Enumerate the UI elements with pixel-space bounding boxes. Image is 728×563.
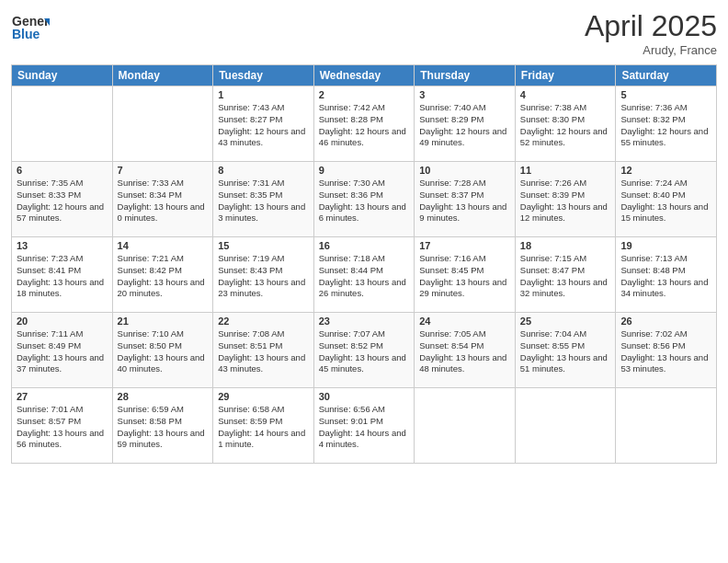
- week-row-3: 13 Sunrise: 7:23 AM Sunset: 8:41 PM Dayl…: [12, 237, 717, 313]
- day-info: Sunrise: 7:43 AM Sunset: 8:27 PM Dayligh…: [218, 102, 309, 149]
- day-info: Sunrise: 7:42 AM Sunset: 8:28 PM Dayligh…: [319, 102, 410, 149]
- sunrise-text: Sunrise: 7:19 AM: [218, 253, 284, 263]
- daylight-text: Daylight: 13 hours and 15 minutes.: [620, 201, 708, 224]
- day-info: Sunrise: 7:13 AM Sunset: 8:48 PM Dayligh…: [620, 253, 711, 300]
- day-number: 14: [118, 240, 209, 251]
- sunrise-text: Sunrise: 7:33 AM: [118, 178, 184, 188]
- daylight-text: Daylight: 13 hours and 59 minutes.: [118, 428, 205, 450]
- sunset-text: Sunset: 8:30 PM: [520, 114, 585, 124]
- sunrise-text: Sunrise: 7:02 AM: [620, 328, 687, 339]
- sunset-text: Sunset: 8:42 PM: [118, 265, 182, 275]
- sunrise-text: Sunrise: 7:13 AM: [620, 253, 687, 263]
- col-wednesday: Wednesday: [313, 65, 415, 86]
- daylight-text: Daylight: 12 hours and 57 minutes.: [17, 201, 104, 224]
- calendar-cell: 10 Sunrise: 7:28 AM Sunset: 8:37 PM Dayl…: [415, 162, 516, 237]
- calendar-cell: 22 Sunrise: 7:08 AM Sunset: 8:51 PM Dayl…: [213, 313, 314, 388]
- sunrise-text: Sunrise: 7:07 AM: [319, 328, 385, 339]
- day-number: 2: [319, 89, 410, 100]
- logo: General Blue: [11, 9, 50, 52]
- daylight-text: Daylight: 13 hours and 43 minutes.: [218, 352, 305, 374]
- calendar-cell: 5 Sunrise: 7:36 AM Sunset: 8:32 PM Dayli…: [616, 86, 717, 162]
- sunset-text: Sunset: 8:44 PM: [319, 265, 383, 275]
- sunset-text: Sunset: 9:01 PM: [319, 416, 383, 426]
- day-info: Sunrise: 7:28 AM Sunset: 8:37 PM Dayligh…: [419, 178, 510, 224]
- sunrise-text: Sunrise: 7:04 AM: [520, 328, 586, 339]
- calendar-cell: 30 Sunrise: 6:56 AM Sunset: 9:01 PM Dayl…: [313, 388, 415, 464]
- sunrise-text: Sunrise: 7:10 AM: [118, 328, 184, 339]
- sunset-text: Sunset: 8:40 PM: [620, 190, 685, 200]
- day-number: 1: [218, 89, 309, 100]
- daylight-text: Daylight: 13 hours and 6 minutes.: [319, 201, 406, 224]
- day-info: Sunrise: 7:19 AM Sunset: 8:43 PM Dayligh…: [218, 253, 309, 300]
- day-info: Sunrise: 7:31 AM Sunset: 8:35 PM Dayligh…: [218, 178, 309, 224]
- daylight-text: Daylight: 13 hours and 20 minutes.: [118, 277, 205, 299]
- day-number: 16: [319, 240, 410, 251]
- calendar-cell: 23 Sunrise: 7:07 AM Sunset: 8:52 PM Dayl…: [313, 313, 415, 388]
- daylight-text: Daylight: 13 hours and 0 minutes.: [118, 201, 205, 224]
- daylight-text: Daylight: 13 hours and 37 minutes.: [17, 352, 104, 374]
- daylight-text: Daylight: 13 hours and 56 minutes.: [17, 428, 104, 450]
- day-info: Sunrise: 7:04 AM Sunset: 8:55 PM Dayligh…: [520, 328, 611, 375]
- page-container: General Blue April 2025 Arudy, France Su…: [0, 0, 728, 563]
- day-info: Sunrise: 7:10 AM Sunset: 8:50 PM Dayligh…: [118, 328, 209, 375]
- sunset-text: Sunset: 8:57 PM: [17, 416, 81, 426]
- sunrise-text: Sunrise: 7:08 AM: [218, 328, 284, 339]
- calendar-cell: 18 Sunrise: 7:15 AM Sunset: 8:47 PM Dayl…: [515, 237, 616, 313]
- daylight-text: Daylight: 13 hours and 26 minutes.: [319, 277, 406, 299]
- sunset-text: Sunset: 8:41 PM: [17, 265, 81, 275]
- calendar-cell: [112, 86, 213, 162]
- day-info: Sunrise: 6:56 AM Sunset: 9:01 PM Dayligh…: [319, 404, 410, 451]
- sunset-text: Sunset: 8:45 PM: [419, 265, 483, 275]
- col-monday: Monday: [112, 65, 213, 86]
- calendar-cell: 6 Sunrise: 7:35 AM Sunset: 8:33 PM Dayli…: [12, 162, 113, 237]
- day-number: 24: [419, 316, 510, 327]
- week-row-5: 27 Sunrise: 7:01 AM Sunset: 8:57 PM Dayl…: [12, 388, 717, 464]
- sunrise-text: Sunrise: 7:35 AM: [17, 178, 83, 188]
- day-info: Sunrise: 7:11 AM Sunset: 8:49 PM Dayligh…: [17, 328, 108, 375]
- sunrise-text: Sunrise: 7:21 AM: [118, 253, 184, 263]
- daylight-text: Daylight: 14 hours and 1 minute.: [218, 428, 305, 450]
- day-number: 7: [118, 165, 209, 176]
- sunrise-text: Sunrise: 6:59 AM: [118, 404, 184, 414]
- day-info: Sunrise: 7:30 AM Sunset: 8:36 PM Dayligh…: [319, 178, 410, 224]
- location: Arudy, France: [585, 43, 717, 57]
- calendar-cell: 4 Sunrise: 7:38 AM Sunset: 8:30 PM Dayli…: [515, 86, 616, 162]
- sunset-text: Sunset: 8:55 PM: [520, 340, 585, 350]
- sunset-text: Sunset: 8:36 PM: [319, 190, 383, 200]
- daylight-text: Daylight: 13 hours and 12 minutes.: [520, 201, 608, 224]
- calendar-cell: 16 Sunrise: 7:18 AM Sunset: 8:44 PM Dayl…: [313, 237, 415, 313]
- daylight-text: Daylight: 13 hours and 18 minutes.: [17, 277, 104, 299]
- day-number: 9: [319, 165, 410, 176]
- day-number: 30: [319, 391, 410, 402]
- sunrise-text: Sunrise: 7:23 AM: [17, 253, 83, 263]
- sunrise-text: Sunrise: 7:15 AM: [520, 253, 586, 263]
- header: General Blue April 2025 Arudy, France: [11, 9, 717, 57]
- sunset-text: Sunset: 8:59 PM: [218, 416, 282, 426]
- daylight-text: Daylight: 12 hours and 52 minutes.: [520, 126, 608, 148]
- day-number: 20: [17, 316, 108, 327]
- sunset-text: Sunset: 8:48 PM: [620, 265, 685, 275]
- day-info: Sunrise: 7:05 AM Sunset: 8:54 PM Dayligh…: [419, 328, 510, 375]
- calendar-cell: [515, 388, 616, 464]
- col-thursday: Thursday: [415, 65, 516, 86]
- calendar-cell: 19 Sunrise: 7:13 AM Sunset: 8:48 PM Dayl…: [616, 237, 717, 313]
- day-number: 23: [319, 316, 410, 327]
- day-info: Sunrise: 7:36 AM Sunset: 8:32 PM Dayligh…: [620, 102, 711, 149]
- sunrise-text: Sunrise: 7:40 AM: [419, 102, 485, 112]
- logo-icon: General Blue: [11, 9, 50, 48]
- day-number: 29: [218, 391, 309, 402]
- day-number: 25: [520, 316, 611, 327]
- day-info: Sunrise: 7:23 AM Sunset: 8:41 PM Dayligh…: [17, 253, 108, 300]
- week-row-2: 6 Sunrise: 7:35 AM Sunset: 8:33 PM Dayli…: [12, 162, 717, 237]
- sunset-text: Sunset: 8:51 PM: [218, 340, 282, 350]
- day-number: 26: [620, 316, 711, 327]
- daylight-text: Daylight: 13 hours and 48 minutes.: [419, 352, 506, 374]
- daylight-text: Daylight: 13 hours and 53 minutes.: [620, 352, 708, 374]
- col-saturday: Saturday: [616, 65, 717, 86]
- day-number: 21: [118, 316, 209, 327]
- calendar-cell: 17 Sunrise: 7:16 AM Sunset: 8:45 PM Dayl…: [415, 237, 516, 313]
- sunset-text: Sunset: 8:47 PM: [520, 265, 585, 275]
- day-info: Sunrise: 7:26 AM Sunset: 8:39 PM Dayligh…: [520, 178, 611, 224]
- calendar-cell: 15 Sunrise: 7:19 AM Sunset: 8:43 PM Dayl…: [213, 237, 314, 313]
- calendar-cell: [12, 86, 113, 162]
